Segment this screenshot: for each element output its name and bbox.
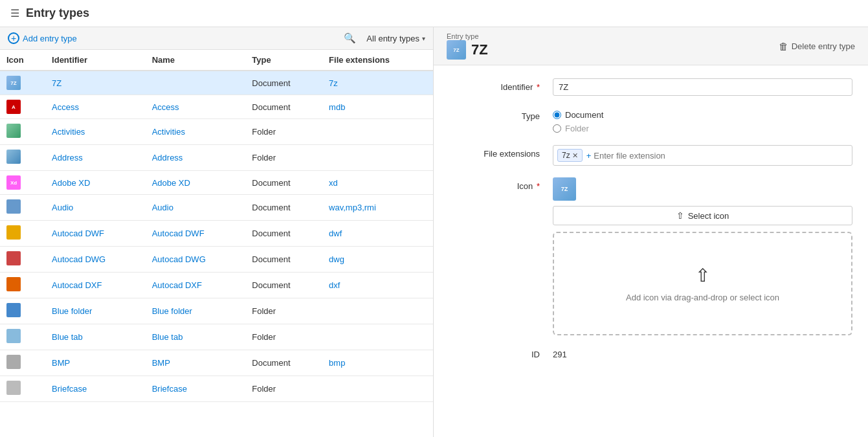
col-type: Type	[245, 50, 322, 71]
upload-arrow-icon: ⇧	[695, 265, 710, 286]
identifier-value[interactable]	[553, 78, 852, 96]
table-row[interactable]: Audio Audio Document wav,mp3,rmi	[0, 195, 433, 221]
cell-extensions	[322, 119, 433, 145]
trash-icon: 🗑	[779, 41, 788, 52]
ext-input-row[interactable]: 7z ✕ +	[553, 145, 852, 166]
cell-extensions: dxf	[322, 273, 433, 298]
col-icon: Icon	[0, 50, 45, 71]
drop-zone[interactable]: ⇧ Add icon via drag-and-drop or select i…	[553, 232, 852, 335]
toolbar: + Add entry type 🔍 All entry types ▾	[0, 27, 433, 50]
cell-name: Blue folder	[146, 298, 246, 324]
cell-extensions	[322, 298, 433, 324]
table-row[interactable]: Blue tab Blue tab Folder	[0, 324, 433, 350]
cell-identifier: Autocad DWG	[45, 247, 146, 273]
entry-types-table: Icon Identifier Name Type File extension…	[0, 50, 433, 402]
identifier-field-row: Identifier *	[449, 78, 852, 96]
radio-document[interactable]: Document	[553, 110, 852, 120]
col-identifier: Identifier	[45, 50, 146, 71]
cell-extensions: bmp	[322, 350, 433, 376]
cell-type: Document	[245, 195, 322, 221]
table-container: Icon Identifier Name Type File extension…	[0, 50, 433, 437]
cell-type: Document	[245, 71, 322, 95]
table-row[interactable]: A Access Access Document mdb	[0, 95, 433, 119]
col-extensions: File extensions	[322, 50, 433, 71]
table-row[interactable]: Briefcase Briefcase Folder	[0, 376, 433, 402]
cell-extensions	[322, 145, 433, 171]
page-title: Entry types	[26, 6, 89, 20]
entry-type-icon: 7Z	[447, 40, 466, 60]
cell-type: Document	[245, 95, 322, 119]
table-row[interactable]: 7Z 7Z Document 7z	[0, 71, 433, 95]
table-row[interactable]: Blue folder Blue folder Folder	[0, 298, 433, 324]
cell-identifier: Autocad DXF	[45, 273, 146, 298]
file-extensions-value: 7z ✕ +	[553, 145, 852, 166]
cell-type: Folder	[245, 119, 322, 145]
table-row[interactable]: Autocad DWG Autocad DWG Document dwg	[0, 247, 433, 273]
right-header: Entry type 7Z 7Z 🗑 Delete entry type	[434, 27, 868, 65]
table-row[interactable]: Autocad DXF Autocad DXF Document dxf	[0, 273, 433, 298]
cell-identifier: 7Z	[45, 71, 146, 95]
remove-ext-7z[interactable]: ✕	[572, 151, 578, 160]
cell-icon	[0, 273, 45, 298]
cell-name: Address	[146, 145, 246, 171]
identifier-label: Identifier *	[449, 78, 540, 92]
id-row: ID 291	[449, 347, 852, 359]
right-content: Identifier * Type Document	[434, 65, 868, 372]
upload-icon: ⇧	[676, 210, 684, 221]
cell-type: Document	[245, 350, 322, 376]
cell-name	[146, 71, 246, 95]
cell-icon: Xd	[0, 171, 45, 195]
plus-circle-icon: +	[8, 32, 19, 44]
cell-name: Autocad DWF	[146, 221, 246, 247]
search-icon[interactable]: 🔍	[344, 32, 356, 44]
table-row[interactable]: Activities Activities Folder	[0, 119, 433, 145]
cell-identifier: Audio	[45, 195, 146, 221]
cell-name: Blue tab	[146, 324, 246, 350]
cell-type: Folder	[245, 298, 322, 324]
cell-name: Autocad DWG	[146, 247, 246, 273]
table-row[interactable]: Autocad DWF Autocad DWF Document dwf	[0, 221, 433, 247]
app-header: ☰ Entry types	[0, 0, 868, 27]
cell-extensions	[322, 324, 433, 350]
icon-field-row: Icon * 7Z ⇧ Select icon ⇧ Add icon via d…	[449, 177, 852, 335]
icon-label: Icon *	[449, 177, 540, 191]
filter-dropdown[interactable]: All entry types ▾	[366, 34, 425, 43]
cell-name: Adobe XD	[146, 171, 246, 195]
identifier-input[interactable]	[553, 78, 852, 96]
menu-icon[interactable]: ☰	[10, 7, 19, 19]
ext-tag-7z: 7z ✕	[557, 149, 583, 162]
cell-identifier: Access	[45, 95, 146, 119]
type-field-row: Type Document Folder	[449, 107, 852, 133]
cell-identifier: Activities	[45, 119, 146, 145]
entry-type-header: Entry type 7Z 7Z	[447, 32, 488, 60]
cell-extensions: mdb	[322, 95, 433, 119]
table-row[interactable]: Address Address Folder	[0, 145, 433, 171]
cell-extensions	[322, 376, 433, 402]
type-radio-group: Document Folder	[553, 107, 852, 133]
delete-entry-type-button[interactable]: 🗑 Delete entry type	[779, 41, 855, 52]
cell-identifier: Adobe XD	[45, 171, 146, 195]
ext-add-input[interactable]	[594, 151, 702, 161]
cell-extensions: wav,mp3,rmi	[322, 195, 433, 221]
file-extensions-field-row: File extensions 7z ✕ +	[449, 145, 852, 166]
add-entry-type-button[interactable]: + Add entry type	[8, 32, 77, 44]
radio-folder[interactable]: Folder	[553, 124, 852, 133]
cell-name: Audio	[146, 195, 246, 221]
table-row[interactable]: Xd Adobe XD Adobe XD Document xd	[0, 171, 433, 195]
select-icon-button[interactable]: ⇧ Select icon	[553, 206, 852, 225]
entry-type-label: Entry type	[447, 32, 488, 40]
cell-extensions: dwf	[322, 221, 433, 247]
cell-identifier: Blue folder	[45, 298, 146, 324]
cell-icon	[0, 298, 45, 324]
cell-icon	[0, 324, 45, 350]
cell-identifier: Autocad DWF	[45, 221, 146, 247]
icon-value: 7Z ⇧ Select icon ⇧ Add icon via drag-and…	[553, 177, 852, 335]
cell-identifier: Blue tab	[45, 324, 146, 350]
cell-icon	[0, 195, 45, 221]
cell-icon	[0, 145, 45, 171]
right-panel: Entry type 7Z 7Z 🗑 Delete entry type	[434, 27, 868, 437]
ext-add-area[interactable]: +	[586, 151, 703, 161]
col-name: Name	[146, 50, 246, 71]
table-row[interactable]: BMP BMP Document bmp	[0, 350, 433, 376]
cell-identifier: BMP	[45, 350, 146, 376]
